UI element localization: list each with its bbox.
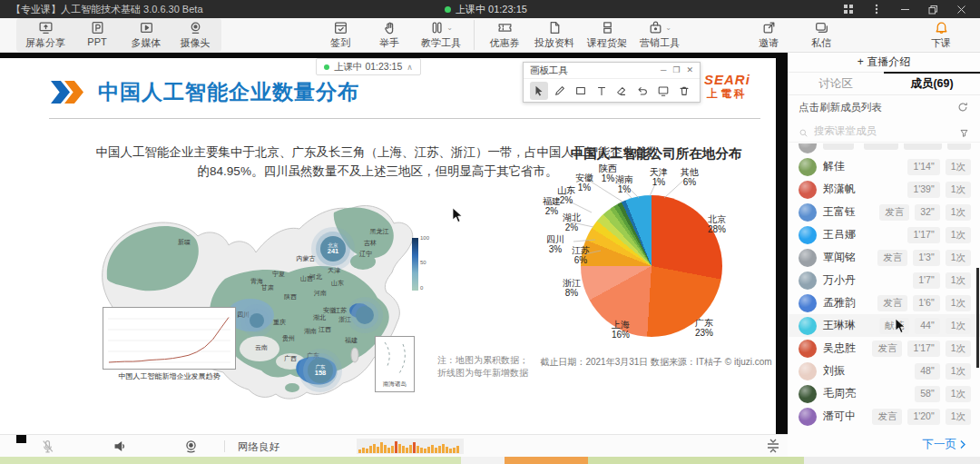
class-status: 上课中 01:23:15 [445, 0, 527, 18]
tab-members[interactable]: 成员(69) [884, 74, 980, 94]
layout-grid-button[interactable] [838, 2, 858, 16]
member-badge: 发言 [877, 250, 907, 266]
member-row-潘可中[interactable]: 潘可中发言1'20"1次 [788, 405, 980, 428]
pie-label-其他: 其他6% [681, 167, 699, 187]
toolbar-button-check-in[interactable]: 签到 [323, 20, 358, 50]
whiteboard-tool-pen[interactable] [551, 82, 569, 100]
member-row-万小丹[interactable]: 万小丹1'7"1次 [788, 269, 980, 291]
member-row-毛周亮[interactable]: 毛周亮58"1次 [788, 382, 980, 405]
member-row-王琳琳[interactable]: 王琳琳献花44"1次 [788, 314, 980, 337]
waveform-bar [384, 445, 387, 453]
member-badges: 献花44"1次 [879, 318, 971, 334]
refresh-icon[interactable] [956, 101, 969, 114]
province-label-浙江: 浙江 [338, 315, 351, 324]
screen-share-icon [38, 20, 54, 35]
avatar [799, 271, 817, 290]
member-list-scrollbar[interactable] [976, 268, 979, 368]
chevron-right-icon[interactable] [958, 439, 967, 449]
webcam-button[interactable] [183, 439, 199, 454]
waveform-bar [402, 446, 405, 453]
toolbar-button-camera[interactable]: 摄像头 [178, 20, 212, 50]
waveform-bar [442, 444, 445, 453]
whiteboard-panel-header[interactable]: 画板工具 ─ ❐ ✕ [524, 63, 700, 79]
member-search-input[interactable] [814, 125, 954, 136]
member-row-解佳[interactable]: 解佳1'14"1次 [788, 155, 980, 178]
screen-share-icon-wrap [38, 20, 54, 35]
member-badge: 1'7" [913, 272, 939, 289]
waveform-bar [427, 447, 430, 453]
whiteboard-tool-rectangle[interactable] [572, 82, 590, 100]
member-list[interactable]: 解佳1'14"1次郑潇帆1'39"1次王富钰发言32"1次王吕娜1'17"1次覃… [788, 143, 980, 428]
pie-label-name: 其他 [681, 167, 699, 177]
trend-polyline [109, 318, 229, 363]
toolbar-button-ppt[interactable]: PPT [80, 20, 114, 47]
pie-label-pct: 23% [695, 328, 713, 338]
toolbar-button-multimedia[interactable]: 多媒体 [129, 20, 163, 50]
member-row-孟雅韵[interactable]: 孟雅韵发言1'6"1次 [788, 291, 980, 314]
toolbar-button-direct-message[interactable]: 私信 [804, 20, 838, 50]
whiteboard-restore-icon[interactable]: ❐ [672, 66, 680, 74]
close-button[interactable] [951, 2, 971, 16]
footnote-line-2: 折线图为每年新增数据 [437, 367, 528, 380]
province-label-广西: 广西 [284, 354, 297, 363]
restore-button[interactable] [923, 2, 943, 16]
more-menu-button[interactable] [867, 2, 887, 16]
whiteboard-toolbar [524, 79, 700, 102]
class-status-text: 上课中 01:23:15 [456, 3, 527, 16]
title-underline [49, 118, 760, 119]
refresh-member-list-row[interactable]: 点击刷新成员列表 [788, 95, 980, 119]
toolbar-button-raise-hand[interactable]: 举手 [372, 20, 407, 50]
member-row-刘振[interactable]: 刘振48"1次 [788, 360, 980, 382]
filter-funnel-icon[interactable] [959, 125, 969, 137]
whiteboard-tool-undo[interactable] [633, 82, 652, 100]
toolbar-button-coupon[interactable]: 优惠券 [487, 20, 522, 50]
province-label-贵州: 贵州 [282, 334, 295, 343]
toolbar-button-materials[interactable]: 投放资料 [534, 20, 574, 50]
toolbar-label-end-class: 下课 [931, 36, 951, 50]
member-badge: 发言 [879, 204, 909, 221]
toolbar-button-marketing-tools[interactable]: ⌄营销工具 [640, 20, 680, 50]
pie-label-安徽: 安徽1% [575, 173, 593, 193]
member-name: 吴忠胜 [823, 341, 856, 356]
waveform-bar [362, 448, 365, 453]
member-row-王吕娜[interactable]: 王吕娜1'17"1次 [788, 223, 980, 246]
minimize-button[interactable] [895, 2, 915, 16]
microphone-muted-button[interactable] [40, 439, 55, 454]
next-page-button[interactable]: 下一页 [923, 437, 957, 452]
toolbar-button-screen-share[interactable]: 屏幕分享 [25, 20, 65, 50]
tab-discussion[interactable]: 讨论区 [788, 74, 884, 94]
member-row-王富钰[interactable]: 王富钰发言32"1次 [788, 201, 980, 223]
pie-label-name: 陕西 [599, 163, 617, 173]
speaker-button[interactable] [113, 439, 128, 454]
direct-message-icon [814, 20, 829, 35]
live-intro-button[interactable]: + 直播介绍 [788, 53, 980, 73]
whiteboard-tool-eraser[interactable] [612, 82, 631, 100]
avatar [799, 385, 817, 403]
member-badge: 1次 [946, 159, 971, 175]
collapse-stage-button[interactable] [765, 438, 781, 454]
member-row[interactable] [788, 143, 980, 155]
whiteboard-tool-select[interactable] [530, 82, 548, 100]
class-timer-pill[interactable]: 上课中 01:23:15 ∧ [316, 58, 421, 75]
toolbar-button-invite[interactable]: 邀请 [751, 20, 786, 50]
whiteboard-tool-trash[interactable] [675, 82, 693, 100]
whiteboard-tool-text[interactable] [593, 82, 611, 100]
waveform-bar [387, 448, 390, 453]
toolbar-button-teaching-tools[interactable]: ⌄教学工具 [421, 20, 461, 50]
province-label-内蒙古: 内蒙古 [297, 254, 316, 263]
toolbar-button-course-shelf[interactable]: 课程货架 [587, 20, 627, 50]
member-row-吴忠胜[interactable]: 吴忠胜发言1'17"1次 [788, 337, 980, 360]
member-row-郑潇帆[interactable]: 郑潇帆1'39"1次 [788, 178, 980, 201]
member-row-覃闻铭[interactable]: 覃闻铭发言1'3"1次 [788, 246, 980, 269]
mouse-cursor-sidebar [895, 318, 907, 334]
chevron-down-icon: ⌄ [446, 24, 453, 32]
whiteboard-close-icon[interactable]: ✕ [686, 66, 693, 74]
whiteboard-tool-screen[interactable] [654, 82, 672, 100]
toolbar-button-end-class[interactable]: 下课 [924, 20, 958, 50]
whiteboard-minimize-icon[interactable]: ─ [661, 66, 666, 74]
select-icon [533, 84, 545, 97]
member-badge: 1次 [946, 182, 971, 198]
rectangle-icon [574, 84, 587, 97]
toolbar-label-course-shelf: 课程货架 [587, 36, 627, 50]
member-badge: 1次 [946, 363, 971, 380]
